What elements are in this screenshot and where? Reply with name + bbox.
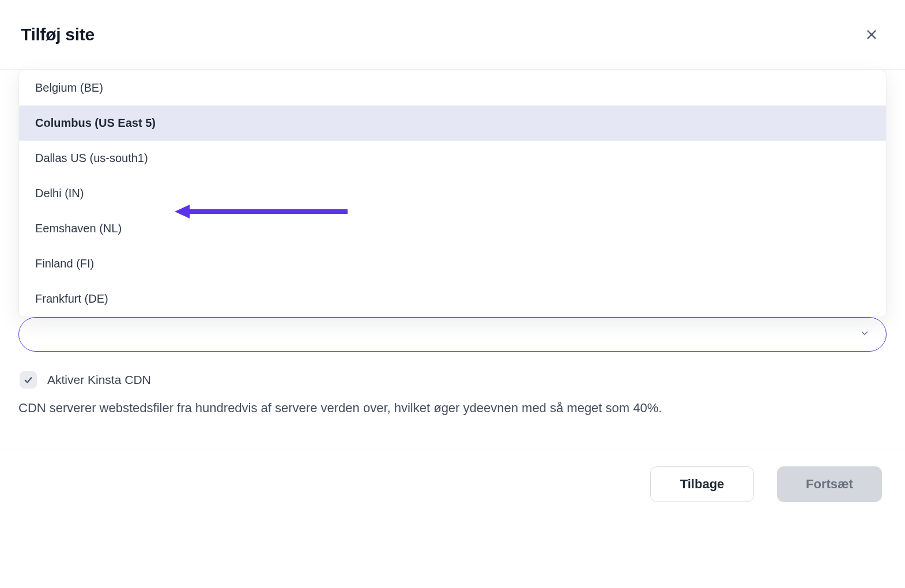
datacenter-dropdown-panel: Belgium (BE)Columbus (US East 5)Dallas U… — [18, 70, 887, 317]
page-title: Tilføj site — [21, 25, 95, 44]
cdn-label: Aktiver Kinsta CDN — [47, 373, 151, 387]
datacenter-option[interactable]: Frankfurt (DE) — [19, 281, 886, 316]
modal-header: Tilføj site — [0, 0, 905, 70]
cdn-checkbox[interactable] — [20, 371, 37, 389]
datacenter-option-label: Eemshaven (NL) — [35, 222, 122, 235]
datacenter-option[interactable]: Dallas US (us-south1) — [19, 141, 886, 176]
datacenter-option-label: Finland (FI) — [35, 257, 94, 270]
datacenter-option[interactable]: Columbus (US East 5) — [19, 105, 886, 141]
datacenter-option-label: Belgium (BE) — [35, 81, 103, 95]
datacenter-option[interactable]: Eemshaven (NL) — [19, 211, 886, 246]
datacenter-option[interactable]: Delhi (IN) — [19, 176, 886, 211]
datacenter-option-label: Columbus (US East 5) — [35, 116, 156, 130]
cdn-description: CDN serverer webstedsfiler fra hundredvi… — [18, 399, 882, 417]
back-button[interactable]: Tilbage — [650, 466, 754, 502]
chevron-down-icon — [859, 328, 870, 341]
datacenter-option[interactable]: Finland (FI) — [19, 246, 886, 281]
datacenter-option-label: Frankfurt (DE) — [35, 292, 108, 306]
close-icon — [865, 28, 878, 41]
close-button[interactable] — [861, 24, 882, 45]
check-icon — [23, 375, 33, 385]
continue-button[interactable]: Fortsæt — [777, 466, 882, 502]
datacenter-option[interactable]: Belgium (BE) — [19, 70, 886, 105]
cdn-toggle-row: Aktiver Kinsta CDN — [20, 371, 882, 389]
modal-footer: Tilbage Fortsæt — [0, 450, 905, 518]
cdn-section: Aktiver Kinsta CDN CDN serverer websteds… — [20, 371, 882, 417]
datacenter-option-label: Dallas US (us-south1) — [35, 152, 148, 165]
datacenter-select[interactable] — [18, 317, 887, 352]
datacenter-option-label: Delhi (IN) — [35, 187, 84, 200]
